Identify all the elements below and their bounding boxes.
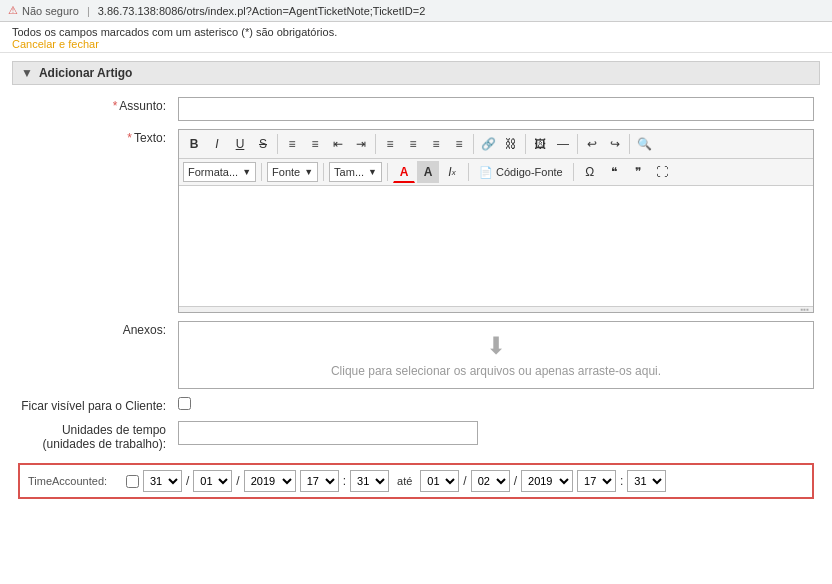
redo-button[interactable]: ↪ <box>604 133 626 155</box>
format-arrow: ▼ <box>242 167 251 177</box>
start-minute-select[interactable]: 31 <box>350 470 389 492</box>
text-label: Texto: <box>134 131 166 145</box>
find-button[interactable]: 🔍 <box>633 133 655 155</box>
not-secure-label: Não seguro <box>22 5 79 17</box>
attachment-prompt: Clique para selecionar os arquivos ou ap… <box>331 364 661 378</box>
strikethrough-button[interactable]: S <box>252 133 274 155</box>
font-arrow: ▼ <box>304 167 313 177</box>
toolbar-sep-6 <box>629 134 630 154</box>
quotes2-button[interactable]: ❞ <box>627 161 649 183</box>
address-bar: ⚠ Não seguro | 3.86.73.138:8086/otrs/ind… <box>0 0 832 22</box>
text-row: *Texto: B I U S ≡ ≡ ⇤ ⇥ <box>12 125 820 317</box>
bg-color-button[interactable]: A <box>417 161 439 183</box>
visible-row: Ficar visível para o Cliente: <box>12 393 820 417</box>
collapse-triangle[interactable]: ▼ <box>21 66 33 80</box>
maximize-button[interactable]: ⛶ <box>651 161 673 183</box>
font-label: Fonte <box>272 166 300 178</box>
form-table: *Assunto: *Texto: B I U S <box>12 93 820 503</box>
time-units-label: Unidades de tempo (unidades de trabalho)… <box>43 423 166 451</box>
hr-button[interactable]: — <box>552 133 574 155</box>
time-units-label-cell: Unidades de tempo (unidades de trabalho)… <box>12 417 172 455</box>
main-content: ▼ Adicionar Artigo *Assunto: *Texto: B <box>0 53 832 511</box>
toolbar-row1: B I U S ≡ ≡ ⇤ ⇥ ≡ ≡ ≡ ≡ <box>179 130 813 159</box>
outdent-button[interactable]: ⇤ <box>327 133 349 155</box>
time-accounted-full-cell: TimeAccounted: 31 / 01 / 2019 <box>12 455 820 503</box>
toolbar-sep2-1 <box>261 163 262 181</box>
attachments-input-cell: ⬇ Clique para selecionar os arquivos ou … <box>172 317 820 393</box>
attachments-row: Anexos: ⬇ Clique para selecionar os arqu… <box>12 317 820 393</box>
format-dropdown[interactable]: Formata... ▼ <box>183 162 256 182</box>
subject-row: *Assunto: <box>12 93 820 125</box>
blockquote-button[interactable]: ❝ <box>603 161 625 183</box>
attachments-label-cell: Anexos: <box>12 317 172 393</box>
remove-format-button[interactable]: Ix <box>441 161 463 183</box>
attachment-icon: ⬇ <box>486 332 506 360</box>
subject-label-cell: *Assunto: <box>12 93 172 125</box>
ordered-list-button[interactable]: ≡ <box>281 133 303 155</box>
toolbar-sep2-3 <box>387 163 388 181</box>
separator: | <box>87 5 90 17</box>
toolbar-sep2-4 <box>468 163 469 181</box>
rich-text-editor: B I U S ≡ ≡ ⇤ ⇥ ≡ ≡ ≡ ≡ <box>178 129 814 313</box>
image-button[interactable]: 🖼 <box>529 133 551 155</box>
subject-input[interactable] <box>178 97 814 121</box>
time-units-input[interactable] <box>178 421 478 445</box>
font-dropdown[interactable]: Fonte ▼ <box>267 162 318 182</box>
section-title: Adicionar Artigo <box>39 66 133 80</box>
slash-2: / <box>236 474 239 488</box>
subject-label: Assunto: <box>119 99 166 113</box>
editor-body[interactable] <box>179 186 813 306</box>
slash-4: / <box>514 474 517 488</box>
align-left-button[interactable]: ≡ <box>379 133 401 155</box>
size-dropdown[interactable]: Tam... ▼ <box>329 162 382 182</box>
end-minute-select[interactable]: 31 <box>627 470 666 492</box>
unlink-button[interactable]: ⛓ <box>500 133 522 155</box>
special-chars-button[interactable]: Ω <box>579 161 601 183</box>
visible-label: Ficar visível para o Cliente: <box>21 399 166 413</box>
visible-checkbox-row <box>178 397 814 410</box>
underline-button[interactable]: U <box>229 133 251 155</box>
text-label-cell: *Texto: <box>12 125 172 317</box>
undo-button[interactable]: ↩ <box>581 133 603 155</box>
toolbar-sep-1 <box>277 134 278 154</box>
source-code-button[interactable]: 📄 Código-Fonte <box>474 161 568 183</box>
attachments-label: Anexos: <box>123 323 166 337</box>
attachment-drop-zone[interactable]: ⬇ Clique para selecionar os arquivos ou … <box>178 321 814 389</box>
size-label: Tam... <box>334 166 364 178</box>
visible-checkbox[interactable] <box>178 397 191 410</box>
end-hour-select[interactable]: 17 <box>577 470 616 492</box>
toolbar-sep2-2 <box>323 163 324 181</box>
toolbar-sep2-5 <box>573 163 574 181</box>
link-button[interactable]: 🔗 <box>477 133 499 155</box>
section-header: ▼ Adicionar Artigo <box>12 61 820 85</box>
toolbar-sep-2 <box>375 134 376 154</box>
colon-2: : <box>620 474 623 488</box>
start-year-select[interactable]: 2019 <box>244 470 296 492</box>
start-hour-select[interactable]: 17 <box>300 470 339 492</box>
required-fields-note: Todos os campos marcados com um asterisc… <box>12 26 820 38</box>
visible-label-cell: Ficar visível para o Cliente: <box>12 393 172 417</box>
end-year-select[interactable]: 2019 <box>521 470 573 492</box>
end-day-select[interactable]: 01 <box>420 470 459 492</box>
time-accounted-row: TimeAccounted: 31 / 01 / 2019 <box>12 455 820 503</box>
toolbar-sep-5 <box>577 134 578 154</box>
start-day-select[interactable]: 31 <box>143 470 182 492</box>
indent-button[interactable]: ⇥ <box>350 133 372 155</box>
cancel-link[interactable]: Cancelar e fechar <box>12 38 99 50</box>
font-color-button[interactable]: A <box>393 161 415 183</box>
start-month-select[interactable]: 01 <box>193 470 232 492</box>
time-accounted-checkbox[interactable] <box>126 475 139 488</box>
align-right-button[interactable]: ≡ <box>425 133 447 155</box>
end-month-select[interactable]: 02 <box>471 470 510 492</box>
colon-1: : <box>343 474 346 488</box>
align-center-button[interactable]: ≡ <box>402 133 424 155</box>
unordered-list-button[interactable]: ≡ <box>304 133 326 155</box>
bold-button[interactable]: B <box>183 133 205 155</box>
slash-3: / <box>463 474 466 488</box>
format-label: Formata... <box>188 166 238 178</box>
time-accounted-label: TimeAccounted: <box>28 475 118 487</box>
editor-resize-handle[interactable] <box>179 306 813 312</box>
italic-button[interactable]: I <box>206 133 228 155</box>
align-justify-button[interactable]: ≡ <box>448 133 470 155</box>
toolbar-sep-3 <box>473 134 474 154</box>
